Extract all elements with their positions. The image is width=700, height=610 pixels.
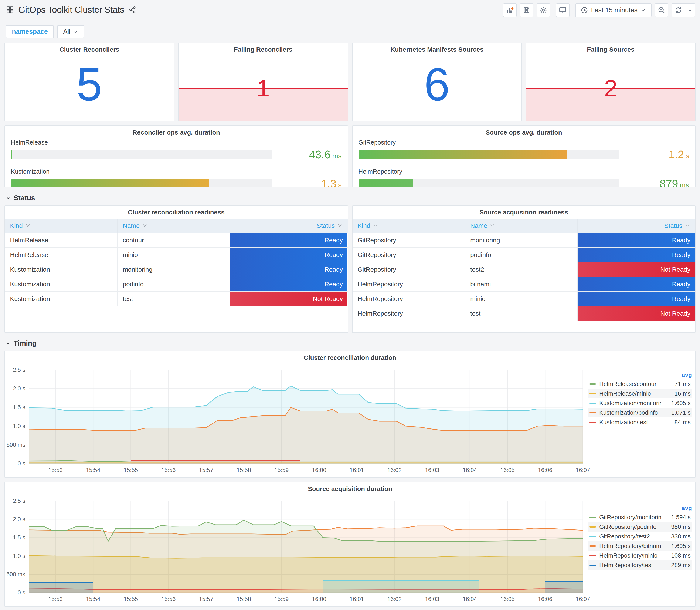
cell-kind: HelmRelease	[5, 233, 117, 247]
stat-panel-title[interactable]: Cluster Reconcilers	[5, 46, 174, 53]
column-header-kind[interactable]: Kind	[353, 219, 465, 232]
row-header-status[interactable]: Status	[5, 194, 700, 202]
svg-text:15:53: 15:53	[48, 596, 63, 603]
dashboard-grid-icon	[6, 6, 14, 14]
cycle-view-mode-button[interactable]	[556, 3, 570, 17]
table-row: HelmReleasecontourReady	[5, 233, 348, 247]
column-header-name[interactable]: Name	[465, 219, 578, 232]
filter-icon[interactable]	[337, 223, 342, 228]
legend-series-avg: 338 ms	[661, 533, 691, 540]
stats-row: Cluster Reconcilers5Failing Reconcilers1…	[4, 43, 696, 121]
legend-item[interactable]: GitRepository/podinfo980 ms	[588, 522, 692, 532]
legend-series-color	[589, 517, 596, 518]
legend-series-name[interactable]: HelmRepository/test	[599, 562, 661, 568]
variable-namespace-value-dropdown[interactable]: All	[57, 25, 84, 38]
variable-namespace-label[interactable]: namespace	[6, 25, 54, 38]
legend-item[interactable]: HelmRelease/minio16 ms	[588, 389, 692, 398]
gauge-panel-0: Reconciler ops avg. durationHelmRelease4…	[4, 125, 348, 188]
status-badge: Not Ready	[578, 306, 695, 321]
refresh-interval-dropdown[interactable]	[685, 3, 695, 17]
svg-text:16:04: 16:04	[462, 596, 477, 603]
table-title[interactable]: Cluster reconciliation readiness	[5, 209, 348, 216]
legend-series-color	[589, 555, 596, 556]
gauge-panel-title[interactable]: Reconciler ops avg. duration	[5, 129, 348, 136]
gauge-track	[11, 179, 272, 188]
svg-text:2.0 s: 2.0 s	[13, 385, 25, 392]
legend-series-name[interactable]: HelmRepository/bitnami	[599, 543, 661, 549]
legend-series-name[interactable]: HelmRelease/minio	[599, 390, 661, 397]
zoom-out-button[interactable]	[655, 3, 668, 17]
legend-series-name[interactable]: Kustomization/test	[599, 419, 661, 426]
add-panel-button[interactable]	[503, 3, 517, 17]
svg-text:15:59: 15:59	[274, 467, 289, 473]
chart-title[interactable]: Source acquisition duration	[5, 485, 695, 493]
chevron-down-icon	[687, 7, 693, 13]
legend-item[interactable]: HelmRepository/test289 ms	[588, 560, 692, 570]
column-header-kind[interactable]: Kind	[5, 219, 117, 232]
gauge-track	[11, 150, 272, 159]
legend-item[interactable]: HelmRepository/minio108 ms	[588, 551, 692, 560]
legend-item[interactable]: Kustomization/podinfo1.071 s	[588, 408, 692, 417]
gauge-value: 879ms	[625, 177, 689, 188]
chart-title[interactable]: Cluster reconciliation duration	[5, 354, 695, 361]
stat-panel-title[interactable]: Kubernetes Manifests Sources	[353, 46, 521, 53]
legend-item[interactable]: HelmRepository/bitnami1.695 s	[588, 541, 692, 551]
chart-legend: avgHelmRelease/contour71 msHelmRelease/m…	[588, 371, 692, 427]
series-area-HelmRepository/test	[545, 581, 583, 593]
legend-series-name[interactable]: Kustomization/podinfo	[599, 410, 661, 416]
svg-text:16:01: 16:01	[349, 467, 364, 473]
save-dashboard-button[interactable]	[520, 3, 533, 17]
row-header-timing[interactable]: Timing	[5, 339, 700, 347]
legend-avg-header[interactable]: avg	[588, 371, 692, 379]
legend-series-name[interactable]: HelmRelease/contour	[599, 381, 661, 387]
legend-item[interactable]: HelmRelease/contour71 ms	[588, 379, 692, 389]
legend-avg-header[interactable]: avg	[588, 504, 692, 512]
stat-panel-title[interactable]: Failing Sources	[526, 46, 695, 53]
legend-item[interactable]: Kustomization/monitoring1.605 s	[588, 398, 692, 408]
stat-panel-3: Failing Sources2	[526, 43, 696, 121]
filter-icon[interactable]	[25, 223, 30, 228]
legend-series-color	[589, 526, 596, 528]
svg-text:0 s: 0 s	[18, 460, 25, 467]
column-header-status[interactable]: Status	[578, 219, 695, 232]
legend-series-name[interactable]: GitRepository/monitoring	[599, 514, 661, 521]
cell-name: bitnami	[465, 277, 578, 291]
panel-source-acquisition-duration: Source acquisition duration15:5315:5415:…	[4, 482, 696, 607]
svg-text:500 ms: 500 ms	[6, 571, 25, 577]
filter-icon[interactable]	[373, 223, 378, 228]
column-header-name[interactable]: Name	[117, 219, 230, 232]
legend-series-name[interactable]: Kustomization/monitoring	[599, 400, 661, 406]
filter-icon[interactable]	[685, 223, 690, 228]
table-title[interactable]: Source acquisition readiness	[353, 209, 695, 216]
cell-kind: Kustomization	[5, 292, 117, 306]
legend-series-name[interactable]: GitRepository/test2	[599, 533, 661, 540]
legend-series-name[interactable]: HelmRepository/minio	[599, 552, 661, 559]
gauge-track	[358, 179, 620, 188]
stat-panel-2: Kubernetes Manifests Sources6	[352, 43, 522, 121]
svg-text:2.0 s: 2.0 s	[13, 516, 25, 523]
status-badge: Ready	[578, 247, 695, 262]
legend-item[interactable]: GitRepository/test2338 ms	[588, 532, 692, 541]
share-icon[interactable]	[129, 6, 136, 14]
stat-panel-title[interactable]: Failing Reconcilers	[179, 46, 348, 53]
variables-row: namespace All	[0, 23, 700, 38]
legend-series-color	[589, 545, 596, 547]
legend-series-name[interactable]: GitRepository/podinfo	[599, 524, 661, 530]
stat-value: 1	[179, 77, 348, 100]
legend-series-avg: 1.695 s	[661, 543, 691, 549]
gauge-panel-title[interactable]: Source ops avg. duration	[353, 129, 695, 136]
gauge-fill	[358, 179, 413, 188]
svg-text:16:03: 16:03	[425, 467, 439, 473]
legend-item[interactable]: GitRepository/monitoring1.594 s	[588, 512, 692, 522]
dashboard-settings-button[interactable]	[537, 3, 550, 17]
table-row: KustomizationpodinfoReady	[5, 277, 348, 292]
header-left: GitOps Toolkit Cluster Stats	[6, 3, 136, 15]
series-area-GitRepository/test2	[323, 580, 479, 593]
filter-icon[interactable]	[490, 223, 495, 228]
panel-cluster-reconciliation-duration: Cluster reconciliation duration15:5315:5…	[4, 351, 696, 478]
refresh-button[interactable]	[671, 3, 685, 17]
column-header-status[interactable]: Status	[230, 219, 348, 232]
legend-item[interactable]: Kustomization/test84 ms	[588, 417, 692, 427]
time-range-picker[interactable]: Last 15 minutes	[575, 3, 652, 17]
filter-icon[interactable]	[142, 223, 147, 228]
